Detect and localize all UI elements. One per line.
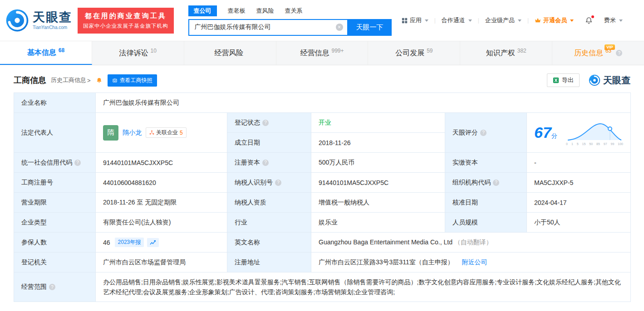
insured-count-value: 46 2023年报 [96,233,227,253]
table-row: 法定代表人 隋 隋小龙 关联企业 5 登记状态? 开业 天眼评分? 67分 [14,113,631,133]
nav-open-vip[interactable]: 开通会员 [529,16,580,24]
score-value: 67分 0151550859799100 [527,113,631,153]
address-label: 注册地址 [227,253,311,272]
tab-history-info[interactable]: VIP 历史信息 63 ? [552,41,644,65]
chevron-down-icon [468,19,472,22]
chevron-down-icon [425,19,428,22]
search-input[interactable] [189,24,347,31]
logo-domain: TianYanCha.com [33,25,72,30]
nav-cooperation[interactable]: 合作通道 [436,16,478,24]
table-row: 企业名称 广州巴伽娱乐传媒有限公司 [14,93,631,113]
nav-enterprise-products[interactable]: 企业级产品 [479,16,527,24]
taxpayer-quality-label: 纳税人资质 [227,193,311,213]
nearby-companies-link[interactable]: 附近公司 [462,258,487,266]
legal-rep-value: 隋 隋小龙 关联企业 5 [96,113,227,153]
search-tab-boss[interactable]: 查老板 [228,7,246,15]
reg-authority-value: 广州市白云区市场监督管理局 [96,253,227,272]
help-icon[interactable]: ? [262,120,269,126]
help-icon[interactable]: ? [616,50,622,56]
crown-icon [535,18,541,23]
taxpayer-quality-value: 增值税一般纳税人 [311,193,445,213]
nav-user-label: 费米 [604,16,616,24]
help-icon[interactable]: ? [74,160,81,166]
approval-date-value: 2024-04-17 [527,193,631,213]
clear-icon[interactable]: × [336,24,343,31]
tab-intellectual-property[interactable]: 知识产权 382 [460,41,552,65]
top-header: 天眼查 TianYanCha.com 都在用的商业查询工具 国家中小企业发展子基… [0,0,644,41]
chevron-down-icon [570,19,574,22]
nav-user[interactable]: 费米 [598,16,629,24]
export-button[interactable]: 导出 [547,73,580,87]
apps-grid-icon [402,18,408,24]
company-type-value: 有限责任公司(法人独资) [96,213,227,233]
search-area: 查公司 查老板 查风险 查关系 × 天眼一下 [188,5,392,36]
history-business-info-link[interactable]: 历史工商信息 > [51,76,91,84]
company-section-tabs: 基本信息 68 法律诉讼 10 经营风险 经营信息 999+ 公司发展 59 知… [0,41,644,65]
table-row: 统一社会信用代码? 91440101MA5CJXXP5C 注册资本? 500万人… [14,153,631,173]
chevron-down-icon [619,19,623,22]
credit-code-value: 91440101MA5CJXXP5C [96,153,227,173]
search-tab-company[interactable]: 查公司 [188,5,217,16]
industry-label: 行业 [227,213,311,233]
reg-capital-value: 500万人民币 [311,153,445,173]
tab-basic-info[interactable]: 基本信息 68 [0,41,92,65]
company-name-label: 企业名称 [14,93,96,113]
tab-operation-risk[interactable]: 经营风险 [184,41,276,65]
excel-icon [553,77,559,83]
english-name-value: Guangzhou Baga Entertainment Media Co., … [311,233,631,253]
score-curve [566,120,623,142]
tab-operation-info[interactable]: 经营信息 999+ [276,41,369,65]
nav-vip-label: 开通会员 [543,16,567,24]
tab-company-development[interactable]: 公司发展 59 [368,41,460,65]
camera-icon [112,78,118,83]
chevron-down-icon [518,19,521,22]
tianyancha-watermark: 天眼查 [589,74,630,87]
help-icon[interactable]: ? [480,130,487,136]
legal-rep-avatar[interactable]: 隋 [103,125,118,141]
snapshot-button[interactable]: 查看工商快照 [108,74,157,87]
score-label: 天眼评分? [445,113,527,153]
nav-enterprise-label: 企业级产品 [485,16,515,24]
notification-bell[interactable] [580,17,598,24]
staff-size-label: 人员规模 [445,213,527,233]
org-code-value: MA5CJXXP-5 [527,173,631,193]
table-row: 企业类型 有限责任公司(法人独资) 行业 娱乐业 人员规模 小于50人 [14,213,631,233]
nav-cooperation-label: 合作通道 [442,16,465,24]
tianyancha-logo-icon [5,9,29,32]
reg-number-label: 工商注册号 [14,173,96,193]
reg-authority-label: 登记机关 [14,253,96,272]
org-code-label: 组织机构代码? [445,173,527,193]
establish-date-label: 成立日期 [227,133,311,153]
search-tab-risk[interactable]: 查风险 [256,7,274,15]
tianyancha-logo[interactable]: 天眼查 TianYanCha.com [5,9,72,32]
reg-status-value: 开业 [311,113,445,133]
english-name-label: 英文名称 [227,233,311,253]
score-distribution-chart: 0151550859799100 [566,120,623,146]
help-icon[interactable]: ? [49,284,55,290]
help-icon[interactable]: ? [262,160,269,166]
related-companies-badge[interactable]: 关联企业 5 [146,127,187,138]
approval-date-label: 核准日期 [445,193,527,213]
business-scope-value: 办公用品销售;日用杂品销售;娱乐性展览;影视美术道具置景服务;汽车销售;互联网销… [96,272,631,302]
insured-trend-button[interactable] [147,238,159,247]
business-term-label: 营业期限 [14,193,96,213]
help-icon[interactable]: ? [493,180,499,186]
business-term-value: 2018-11-26 至 无固定期限 [96,193,227,213]
business-info-table: 企业名称 广州巴伽娱乐传媒有限公司 法定代表人 隋 隋小龙 关联企业 5 登记状… [14,92,630,302]
monitor-bell-button[interactable] [96,78,102,83]
search-tab-relation[interactable]: 查关系 [285,7,303,15]
notification-dot [591,15,594,18]
legal-rep-name-link[interactable]: 隋小龙 [123,129,142,137]
related-companies-icon [149,130,154,135]
help-icon[interactable]: ? [275,180,281,186]
annual-report-badge[interactable]: 2023年报 [115,238,144,247]
search-button[interactable]: 天眼一下 [348,19,392,36]
taxpayer-id-value: 91440101MA5CJXXP5C [311,173,445,193]
logo-title: 天眼查 [33,11,72,24]
search-tabs: 查公司 查老板 查风险 查关系 [188,5,392,16]
trend-chart-icon [150,240,156,245]
nav-apps[interactable]: 应用 [396,16,434,24]
business-info-header: 工商信息 历史工商信息 > 查看工商快照 导出 天眼查 [14,73,630,87]
promo-banner: 都在用的商业查询工具 国家中小企业发展子基金旗下机构 [78,8,174,34]
tab-legal-proceedings[interactable]: 法律诉讼 10 [92,41,184,65]
